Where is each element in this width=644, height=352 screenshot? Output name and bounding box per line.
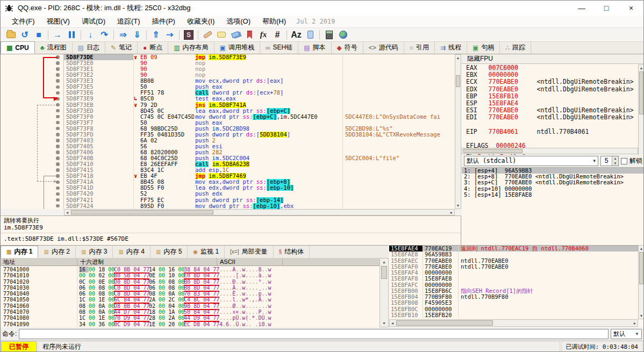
breakpoint-dot-column[interactable] <box>1 78 64 84</box>
memory-vertical-scrollbar[interactable]: ▲ ▼ <box>380 258 389 327</box>
toolbar-button[interactable] <box>337 29 349 41</box>
toolbar-button[interactable]: ⇒ <box>117 29 130 41</box>
toolbar-button[interactable] <box>4 29 17 41</box>
toolbar-button[interactable]: Aᴢ <box>290 29 303 41</box>
menu-item-0[interactable]: 文件(F) <box>6 16 41 27</box>
tab-断点[interactable]: ●断点 <box>138 41 168 54</box>
toolbar-button[interactable] <box>323 29 335 41</box>
tab-结构体[interactable]: §结构体 <box>274 246 310 258</box>
breakpoint-dot[interactable] <box>56 198 60 202</box>
memory-row[interactable]: 7704106008 00 0A 00D8 8B 04 7702 00 04 0… <box>1 303 380 309</box>
toolbar-button[interactable] <box>215 29 228 41</box>
call-arguments-list[interactable]: 1: [esp+4] 96A59BB32: [esp+8] 770EABE0 <… <box>462 167 644 245</box>
breakpoint-dot-column[interactable] <box>1 132 64 138</box>
close-button[interactable]: × <box>619 1 643 16</box>
menu-item-5[interactable]: 收藏夹(I) <box>181 16 220 27</box>
breakpoint-dot-column[interactable] <box>1 185 64 191</box>
argument-row[interactable]: 3: [esp+C] 770EABE0 <ntdll.DbgUiRemoteBr… <box>462 179 644 185</box>
tab-引用[interactable]: ○引用 <box>404 41 435 54</box>
breakpoint-dot-column[interactable] <box>1 90 64 96</box>
breakpoint-dot[interactable] <box>56 61 60 65</box>
memory-row[interactable]: 7704103006 00 08 00C0 8D 04 7706 00 08 0… <box>1 285 380 291</box>
toolbar-button[interactable]: ↺ <box>18 29 31 41</box>
tab-内存 3[interactable]: ▥内存 3 <box>76 246 113 258</box>
stack-row[interactable]: 15E8FAF815E8FAE8 <box>389 276 644 282</box>
breakpoint-dot[interactable] <box>56 133 60 137</box>
memory-row[interactable]: 770410501C 00 1E 006C 84 04 772A 00 2C 0… <box>1 297 380 303</box>
command-input[interactable] <box>19 329 609 339</box>
disasm-row[interactable]: 5D8F7424895D F0mov dword ptr ss:[ebp-10]… <box>1 203 461 209</box>
tab-监视 1[interactable]: ◉监视 1 <box>188 246 225 258</box>
breakpoint-dot-column[interactable] <box>1 155 64 161</box>
breakpoint-dot[interactable] <box>56 103 60 107</box>
tab-内存 4[interactable]: ▥内存 4 <box>113 246 150 258</box>
tab-调用堆栈[interactable]: ▣调用堆栈 <box>214 41 260 54</box>
toolbar-button[interactable] <box>243 29 256 41</box>
tab-流程图[interactable]: ♣流程图 <box>35 41 73 54</box>
calling-convention-select[interactable]: 默认 (stdcall) ▼ <box>464 156 598 166</box>
register-row[interactable]: EDI 770EABE0 <ntdll.DbgUiRemoteBreakin> <box>462 114 638 121</box>
tab-CPU[interactable]: ▦CPU <box>1 41 35 54</box>
breakpoint-dot-column[interactable] <box>1 173 64 179</box>
column-header-hex[interactable]: 十六进制 <box>77 258 217 265</box>
breakpoint-dot-column[interactable] <box>1 179 64 185</box>
memory-row[interactable]: 7704100016 00 18 00C0 8B 04 7714 00 16 0… <box>1 267 380 272</box>
breakpoint-dot-column[interactable] <box>1 203 64 209</box>
breakpoint-dot[interactable] <box>56 127 60 131</box>
disasm-row[interactable]: 5D8F73ED8D45 0Clea eax,dword ptr ss:[ebp… <box>1 108 461 114</box>
memory-row[interactable]: 7704109034 00 36 000C D9 04 771E 00 20 0… <box>1 321 380 327</box>
register-row[interactable]: EIP 770B4061 ntdll.770B4061 <box>462 128 638 135</box>
tab-内存 2[interactable]: ▥内存 2 <box>38 246 75 258</box>
menu-item-1[interactable]: 视图(V) <box>41 16 76 27</box>
menu-item-6[interactable]: 选项(O) <box>220 16 256 27</box>
menu-item-4[interactable]: 插件(P) <box>146 16 181 27</box>
toolbar-button[interactable] <box>229 29 242 41</box>
memory-dump-rows[interactable]: 7704100016 00 18 00C0 8B 04 7714 00 16 0… <box>1 267 380 327</box>
breakpoint-dot[interactable] <box>56 174 60 178</box>
stack-horizontal-scrollbar[interactable]: ◄ ► <box>389 319 638 327</box>
breakpoint-dot[interactable] <box>56 156 60 160</box>
toolbar-button[interactable] <box>201 29 214 41</box>
tab-内存 1[interactable]: ▥内存 1 <box>1 246 38 258</box>
memory-row[interactable]: 770410200C 00 0E 00D0 8D 04 7706 00 08 0… <box>1 279 380 285</box>
tab-日志[interactable]: ▤日志 <box>73 41 105 54</box>
disasm-row[interactable]: 5D8F73E9↳85C0test eax,eax <box>1 96 461 102</box>
spin-down-icon[interactable]: ▼ <box>612 161 618 166</box>
disasm-vertical-scrollbar[interactable]: ▲ ▼ <box>455 54 461 209</box>
breakpoint-dot-column[interactable] <box>1 149 64 155</box>
argument-row[interactable]: 5: [esp+14] 15E8FAE8 <box>462 192 644 198</box>
breakpoint-dot[interactable] <box>56 192 60 196</box>
breakpoint-dot-column[interactable] <box>1 108 64 114</box>
tab-内存 5[interactable]: ▥内存 5 <box>151 246 188 258</box>
breakpoint-dot[interactable] <box>56 168 60 172</box>
toolbar-button[interactable] <box>304 29 317 41</box>
menu-item-3[interactable]: 追踪(T) <box>111 16 146 27</box>
breakpoint-dot-column[interactable] <box>1 66 64 72</box>
breakpoint-dot[interactable] <box>56 85 60 89</box>
breakpoint-dot[interactable] <box>56 204 60 208</box>
breakpoint-dot[interactable] <box>56 162 60 166</box>
toolbar-button[interactable]: fx <box>257 29 270 41</box>
tab-内存布局[interactable]: ▥内存布局 <box>168 41 214 54</box>
unlock-checkbox[interactable] <box>621 158 627 164</box>
breakpoint-dot[interactable] <box>56 121 60 125</box>
disasm-row[interactable]: 5D8F73EB∨79 2Djns im.5D8F741A <box>1 102 461 108</box>
breakpoint-dot[interactable] <box>56 73 60 77</box>
breakpoint-dot[interactable] <box>56 145 60 148</box>
disasm-horizontal-scrollbar[interactable]: ◄ ► <box>64 209 455 215</box>
stack-row[interactable]: 15E8FB08F45905E3 <box>389 300 644 306</box>
toolbar-button[interactable]: ⇢ <box>163 29 176 41</box>
maximize-button[interactable]: □ <box>594 1 619 16</box>
column-header-address[interactable]: 地址 <box>1 258 77 265</box>
breakpoint-dot-column[interactable] <box>1 126 64 132</box>
tab-线程[interactable]: ⇉线程 <box>435 41 467 54</box>
breakpoint-dot-column[interactable] <box>1 167 64 173</box>
disasm-row[interactable]: 5D8F7421FF75 ECpush dword ptr ss:[ebp-14… <box>1 197 461 203</box>
toolbar-button[interactable]: ⇑ <box>149 29 162 41</box>
breakpoint-dot[interactable] <box>56 186 60 190</box>
breakpoint-dot-column[interactable] <box>1 84 64 90</box>
breakpoint-dot[interactable] <box>56 91 60 95</box>
tab-符号[interactable]: ◆符号 <box>332 41 363 54</box>
toolbar-button[interactable] <box>65 29 78 41</box>
command-script-select[interactable]: 默认 ▼ <box>611 329 642 339</box>
